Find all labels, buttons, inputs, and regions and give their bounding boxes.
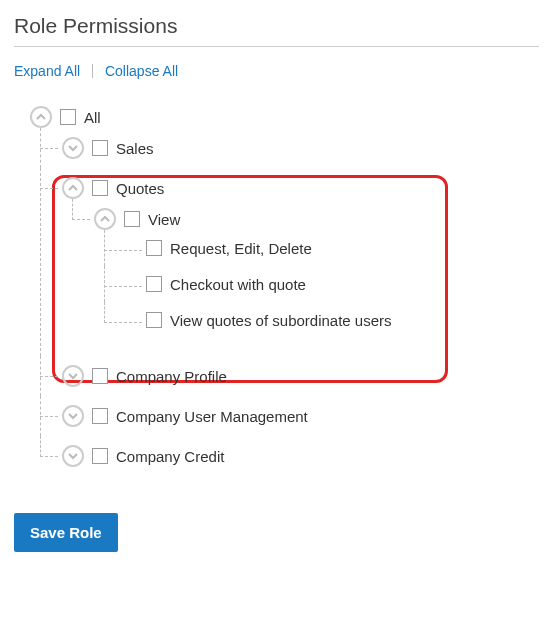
tree-label: Checkout with quote: [170, 275, 306, 293]
checkbox-checkout-quote[interactable]: [146, 276, 162, 292]
save-role-button[interactable]: Save Role: [14, 513, 118, 552]
tree-label: Sales: [116, 139, 154, 157]
checkbox-view-subordinate[interactable]: [146, 312, 162, 328]
chevron-down-icon[interactable]: [62, 137, 84, 159]
tree-label: Quotes: [116, 179, 164, 197]
checkbox-all[interactable]: [60, 109, 76, 125]
expand-all-link[interactable]: Expand All: [14, 63, 80, 79]
chevron-down-icon[interactable]: [62, 365, 84, 387]
tree-label: Company Profile: [116, 367, 227, 385]
tree-label: Company User Management: [116, 407, 308, 425]
tree-label: View quotes of subordinate users: [170, 311, 392, 329]
chevron-down-icon[interactable]: [62, 405, 84, 427]
checkbox-company-credit[interactable]: [92, 448, 108, 464]
chevron-up-icon[interactable]: [94, 208, 116, 230]
checkbox-company-profile[interactable]: [92, 368, 108, 384]
checkbox-sales[interactable]: [92, 140, 108, 156]
checkbox-quotes[interactable]: [92, 180, 108, 196]
tree-label: All: [84, 108, 101, 126]
page-title: Role Permissions: [14, 14, 539, 38]
divider: [14, 46, 539, 47]
permissions-tree: All Sales: [14, 97, 539, 485]
tree-label: Request, Edit, Delete: [170, 239, 312, 257]
tree-label: Company Credit: [116, 447, 224, 465]
checkbox-user-management[interactable]: [92, 408, 108, 424]
separator: [92, 64, 93, 78]
checkbox-view[interactable]: [124, 211, 140, 227]
chevron-up-icon[interactable]: [30, 106, 52, 128]
checkbox-request-edit-delete[interactable]: [146, 240, 162, 256]
collapse-all-link[interactable]: Collapse All: [105, 63, 178, 79]
chevron-down-icon[interactable]: [62, 445, 84, 467]
tree-actions: Expand All Collapse All: [14, 63, 539, 79]
chevron-up-icon[interactable]: [62, 177, 84, 199]
tree-label: View: [148, 210, 180, 228]
